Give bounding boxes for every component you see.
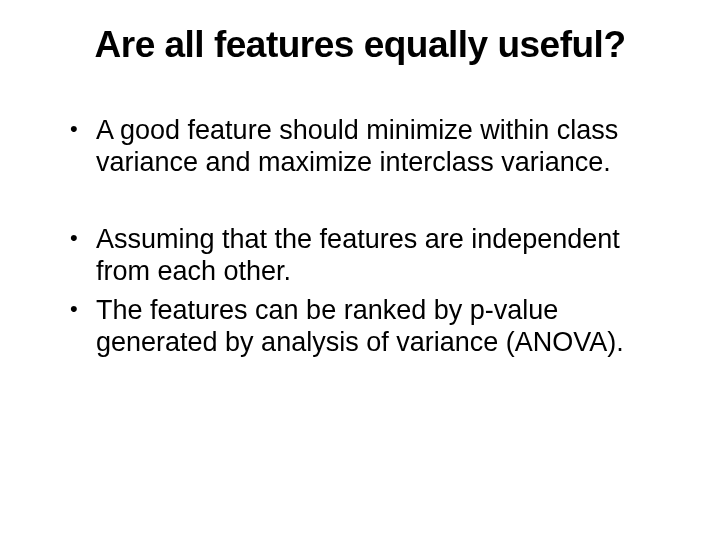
bullet-text: Assuming that the features are independe… bbox=[96, 223, 660, 288]
spacer bbox=[70, 185, 660, 223]
slide-container: Are all features equally useful? • A goo… bbox=[0, 0, 720, 540]
bullet-marker-icon: • bbox=[70, 223, 96, 251]
bullet-text: The features can be ranked by p-value ge… bbox=[96, 294, 660, 359]
bullet-item: • The features can be ranked by p-value … bbox=[70, 294, 660, 359]
bullet-marker-icon: • bbox=[70, 114, 96, 142]
slide-title: Are all features equally useful? bbox=[60, 24, 660, 66]
slide-content: • A good feature should minimize within … bbox=[60, 114, 660, 358]
bullet-item: • Assuming that the features are indepen… bbox=[70, 223, 660, 288]
bullet-text: A good feature should minimize within cl… bbox=[96, 114, 660, 179]
bullet-item: • A good feature should minimize within … bbox=[70, 114, 660, 179]
bullet-marker-icon: • bbox=[70, 294, 96, 322]
